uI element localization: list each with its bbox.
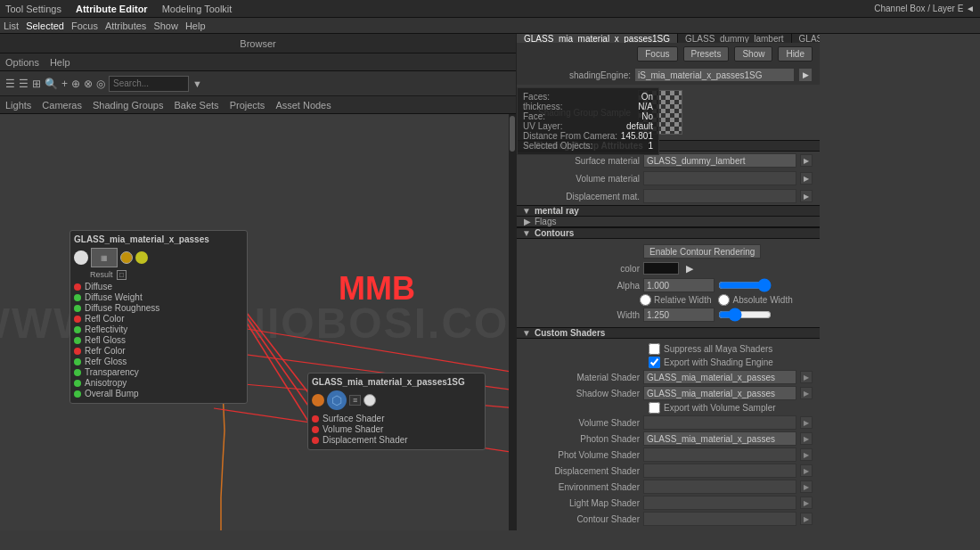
node2-header-icons: ⬡ ≡	[312, 390, 481, 410]
volume-material-btn[interactable]: ▶	[800, 172, 813, 185]
node-editor-panel: Browser Options Help ☰ ☰ ⊞ 🔍 + ⊕ ⊗ ◎ ▼ L…	[0, 34, 517, 530]
hide-button[interactable]: Hide	[778, 46, 813, 62]
node-canvas[interactable]: WWW.ANTONIOBOSI.COM GLASS_mia_material_x…	[0, 114, 516, 530]
contour-shader-input[interactable]	[643, 512, 796, 526]
light-map-btn[interactable]: ▶	[800, 497, 813, 509]
tab-asset-nodes[interactable]: Asset Nodes	[275, 100, 331, 111]
toolbar-icon-3[interactable]: ⊞	[32, 78, 41, 90]
displacement-shader-input[interactable]	[643, 464, 796, 478]
contour-shader-btn[interactable]: ▶	[800, 513, 813, 525]
photon-shader-input[interactable]	[643, 431, 796, 446]
tab-cameras[interactable]: Cameras	[42, 100, 82, 111]
width-slider[interactable]	[718, 309, 772, 320]
color-btn[interactable]: ▶	[686, 263, 693, 275]
photon-shader-btn[interactable]: ▶	[800, 432, 813, 445]
options-menu[interactable]: Options	[5, 57, 39, 68]
dropdown-arrow[interactable]: ▼	[192, 78, 202, 89]
absolute-width-label[interactable]: Absolute Width	[718, 294, 792, 306]
subtab-show[interactable]: Show	[153, 21, 178, 31]
material-tab-1[interactable]: GLASS_dummy_lambert	[678, 34, 792, 43]
toolbar-icon-6[interactable]: ⊕	[71, 78, 80, 90]
environment-shader-input[interactable]	[643, 480, 796, 494]
relative-width-radio[interactable]	[640, 294, 651, 306]
relative-width-label[interactable]: Relative Width	[640, 294, 711, 306]
mr-title: mental ray	[535, 206, 579, 216]
volume-material-input[interactable]	[643, 171, 796, 185]
material-tab-2[interactable]: GLASS_m ◄	[792, 34, 820, 43]
face-value: No	[641, 111, 653, 121]
toolbar-icon-2[interactable]: ☰	[19, 78, 29, 90]
toolbar-icon-8[interactable]: ◎	[96, 78, 105, 90]
dist-value: 145.801	[621, 131, 653, 141]
tab-shading-groups[interactable]: Shading Groups	[93, 100, 164, 111]
node-tabs-row: Lights Cameras Shading Groups Bake Sets …	[0, 96, 516, 114]
focus-button[interactable]: Focus	[637, 46, 677, 62]
tab-bake-sets[interactable]: Bake Sets	[174, 100, 218, 111]
subtab-selected[interactable]: Selected	[26, 21, 64, 31]
width-input[interactable]	[643, 308, 715, 322]
toolbar-icon-5[interactable]: +	[61, 78, 68, 90]
node2-icon-lines[interactable]: ≡	[349, 395, 361, 406]
toolbar-icon-7[interactable]: ⊗	[84, 78, 93, 90]
enable-contour-btn[interactable]: Enable Contour Rendering	[643, 244, 761, 259]
node2-icon-o[interactable]	[312, 394, 324, 406]
faces-value: On	[641, 92, 653, 102]
phot-volume-input[interactable]	[643, 447, 796, 462]
shading-engine-input[interactable]	[634, 68, 795, 82]
shading-engine-arrow[interactable]: ▶	[798, 68, 813, 82]
tab-projects[interactable]: Projects	[230, 100, 265, 111]
displacement-mat-input[interactable]	[643, 189, 796, 203]
absolute-width-radio[interactable]	[718, 294, 730, 306]
alpha-input[interactable]	[643, 278, 715, 292]
export-volume-checkbox[interactable]	[649, 402, 660, 414]
displacement-shader-row: Displacement Shader ▶	[517, 463, 820, 479]
surface-material-btn[interactable]: ▶	[800, 154, 813, 167]
subtab-focus[interactable]: Focus	[71, 21, 98, 31]
light-map-input[interactable]	[643, 496, 796, 510]
node-card-sg[interactable]: GLASS_mia_material_x_passes1SG ⬡ ≡ Surfa…	[307, 373, 486, 450]
node1-result-box[interactable]: □	[117, 270, 127, 280]
tab-tool-settings[interactable]: Tool Settings	[5, 4, 61, 14]
subtab-list[interactable]: List	[4, 21, 19, 31]
volume-shader-input[interactable]	[643, 415, 796, 430]
toolbar-icon-1[interactable]: ☰	[5, 78, 15, 90]
show-button[interactable]: Show	[734, 46, 772, 62]
node1-icon-white[interactable]	[74, 250, 88, 265]
color-swatch[interactable]	[643, 262, 679, 275]
phot-volume-btn[interactable]: ▶	[800, 448, 813, 461]
shadow-shader-input[interactable]	[643, 386, 796, 400]
displacement-shader-btn[interactable]: ▶	[800, 464, 813, 477]
shadow-shader-btn[interactable]: ▶	[800, 387, 813, 399]
subtab-help[interactable]: Help	[185, 21, 206, 31]
subtab-attributes[interactable]: Attributes	[105, 21, 146, 31]
help-menu[interactable]: Help	[50, 57, 70, 68]
node1-icon-s[interactable]	[120, 251, 133, 264]
material-shader-input[interactable]	[643, 370, 796, 384]
tab-attribute-editor[interactable]: Attribute Editor	[76, 4, 148, 14]
section-contours[interactable]: ▼ Contours	[517, 227, 820, 239]
flags-row[interactable]: ▶ Flags	[517, 217, 820, 227]
alpha-slider[interactable]	[718, 280, 772, 291]
tab-modeling-toolkit[interactable]: Modeling Toolkit	[162, 4, 233, 14]
material-shader-btn[interactable]: ▶	[800, 371, 813, 383]
section-mental-ray[interactable]: ▼ mental ray	[517, 205, 820, 217]
options-bar: Options Help	[0, 53, 516, 71]
displacement-mat-btn[interactable]: ▶	[800, 190, 813, 202]
flags-arrow: ▶	[524, 217, 531, 226]
section-custom-shaders[interactable]: ▼ Custom Shaders	[517, 327, 820, 339]
surface-material-input[interactable]	[643, 153, 796, 168]
node-card-glass-mia[interactable]: GLASS_mia_material_x_passes ▦ Result □ D…	[69, 230, 248, 404]
suppress-checkbox[interactable]	[649, 343, 660, 355]
scrollbar[interactable]	[509, 114, 516, 530]
volume-shader-btn[interactable]: ▶	[800, 416, 813, 429]
toolbar-icon-4[interactable]: 🔍	[45, 78, 58, 90]
search-input[interactable]	[109, 76, 189, 92]
top-tab-bar[interactable]: Tool Settings Attribute Editor Modeling …	[0, 0, 980, 18]
node1-icon-y[interactable]	[135, 251, 148, 264]
node2-icon-white[interactable]	[363, 394, 376, 406]
material-tab-0[interactable]: GLASS_mia_material_x_passes1SG	[517, 34, 678, 43]
export-checkbox[interactable]	[649, 357, 660, 368]
environment-shader-btn[interactable]: ▶	[800, 480, 813, 493]
tab-lights[interactable]: Lights	[5, 100, 31, 111]
presets-button[interactable]: Presets	[683, 46, 730, 62]
